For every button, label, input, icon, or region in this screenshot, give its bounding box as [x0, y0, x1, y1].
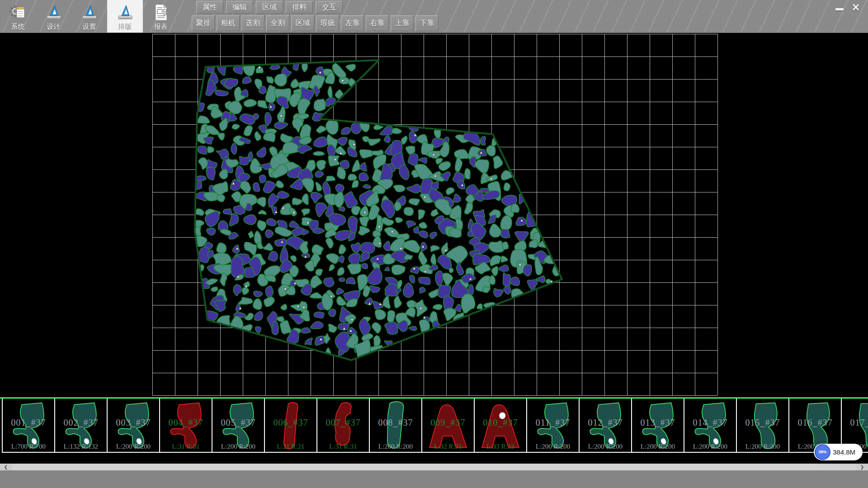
part-id-label: 005_#37 [212, 418, 264, 428]
set-square-icon [45, 3, 62, 22]
part-id-label: 008_#37 [370, 418, 421, 428]
part-id-label: 011_#37 [527, 418, 579, 428]
part-thumbnail[interactable]: 002_#37L:132 R:132 [55, 399, 108, 453]
menu-button-defect[interactable]: 瑕疵 [316, 15, 339, 31]
part-id-label: 014_#37 [684, 418, 736, 428]
menu-button-snap-right[interactable]: 右靠 [366, 15, 389, 31]
part-id-label: 003_#37 [108, 418, 159, 428]
part-thumbnail[interactable]: 004_#37L:31 R:31 [160, 399, 212, 453]
part-thumbnail[interactable]: 003_#37L:200 R:200 [108, 399, 160, 453]
part-thumbnail[interactable]: 001_#37L:700 R:700 [2, 399, 55, 453]
part-id-label: 012_#37 [580, 418, 631, 428]
big-button-settings[interactable]: 设置 [71, 0, 107, 33]
part-lr-count: L:200 R:200 [108, 443, 159, 450]
minimize-icon [835, 8, 844, 10]
menu-button-snap-bottom[interactable]: 下靠 [415, 15, 439, 31]
close-icon: ✕ [852, 1, 860, 14]
part-lr-count: L:200 R:200 [212, 443, 264, 450]
part-lr-count: L:32 R:31 [422, 443, 474, 450]
part-lr-count: L:31 R:31 [317, 443, 369, 450]
report-doc-icon [152, 3, 170, 22]
part-lr-count: L:200 R:200 [580, 443, 631, 450]
part-id-label: 017_#37 [842, 418, 868, 428]
part-id-label: 016_#37 [789, 418, 841, 428]
set-square-icon [81, 3, 98, 22]
part-lr-count: L:21 R:21 [265, 443, 316, 450]
big-button-layout[interactable]: 排版 [107, 0, 143, 33]
part-lr-count: L:200 R:200 [684, 443, 736, 450]
strip-lower-gap [0, 454, 868, 464]
scroll-left-arrow[interactable]: ❮ [0, 464, 12, 470]
menu-button-properties[interactable]: 属性 [196, 1, 223, 14]
scroll-right-arrow[interactable]: ❯ [856, 464, 868, 470]
menu-button-cut-all[interactable]: 全割 [266, 15, 289, 31]
menu-button-cut-selected[interactable]: 选割 [241, 15, 264, 31]
window-controls: ✕ [833, 1, 863, 14]
part-thumbnail[interactable]: 007_#37L:31 R:31 [317, 399, 370, 453]
part-lr-count: L:33 R:33 [475, 443, 526, 450]
part-thumbnail[interactable]: 012_#37L:200 R:200 [580, 399, 632, 453]
part-id-label: 006_#37 [265, 418, 316, 428]
set-square-icon [117, 3, 134, 22]
part-id-label: 002_#37 [55, 418, 107, 428]
app-window: 系统设计设置排版报表 属性编辑区域排料交互 聚排相机选割全割区域瑕疵左靠右靠上靠… [0, 0, 868, 488]
part-thumbnail[interactable]: 010_#37L:33 R:33 [475, 399, 527, 453]
part-thumbnail[interactable]: 014_#37L:200 R:200 [684, 399, 737, 453]
menu-button-edit[interactable]: 编辑 [226, 1, 253, 14]
part-thumbnail[interactable]: 006_#37L:21 R:21 [265, 399, 317, 453]
menu-row-2: 聚排相机选割全割区域瑕疵左靠右靠上靠下靠 [192, 14, 439, 31]
big-button-label: 设计 [47, 23, 61, 31]
part-id-label: 015_#37 [737, 418, 788, 428]
menu-button-snap-left[interactable]: 左靠 [341, 15, 364, 31]
main-mode-buttons: 系统设计设置排版报表 [0, 0, 179, 33]
horizontal-scrollbar[interactable]: ❮ ❯ [0, 464, 868, 470]
menu-row-1: 属性编辑区域排料交互 [192, 0, 439, 14]
part-thumbnail[interactable]: 009_#37L:32 R:31 [422, 399, 475, 453]
parts-strip: 001_#37L:700 R:700002_#37L:132 R:132003_… [0, 397, 868, 454]
big-button-label: 设置 [83, 23, 96, 31]
part-thumbnail[interactable]: 008_#37L:200 R:200 [370, 399, 422, 453]
scrollbar-track[interactable] [12, 464, 856, 470]
memory-value: 384.8M [833, 448, 855, 456]
close-button[interactable]: ✕ [849, 1, 863, 14]
status-bar [0, 470, 868, 488]
big-button-label: 系统 [11, 23, 25, 31]
part-lr-count: L:31 R:31 [160, 443, 212, 450]
menu-button-cluster-nest[interactable]: 聚排 [192, 15, 215, 31]
part-thumbnail[interactable]: 011_#37L:200 R:200 [527, 399, 580, 453]
minimize-button[interactable] [833, 1, 846, 14]
part-lr-count: L:200 R:200 [370, 443, 421, 450]
big-button-label: 报表 [154, 23, 168, 31]
part-lr-count: L:200 R:200 [632, 443, 684, 450]
part-lr-count: L:132 R:132 [55, 443, 107, 450]
big-button-label: 排版 [118, 23, 132, 31]
part-id-label: 007_#37 [317, 418, 369, 428]
part-thumbnail[interactable]: 013_#37L:200 R:200 [632, 399, 684, 453]
menu-button-interaction[interactable]: 交互 [316, 1, 343, 14]
part-thumbnail[interactable]: 015_#37L:200 R:200 [737, 399, 789, 453]
big-button-design[interactable]: 设计 [36, 0, 71, 33]
nesting-canvas[interactable] [0, 33, 868, 397]
menu-button-snap-top[interactable]: 上靠 [391, 15, 414, 31]
part-thumbnail[interactable]: 005_#37L:200 R:200 [212, 399, 265, 453]
part-id-label: 009_#37 [422, 418, 474, 428]
parts-cells: 001_#37L:700 R:700002_#37L:132 R:132003_… [0, 399, 868, 453]
part-lr-count: L:700 R:700 [3, 443, 54, 450]
part-id-label: 013_#37 [632, 418, 684, 428]
menu-button-region[interactable]: 区域 [256, 1, 283, 14]
menu-button-area[interactable]: 区域 [291, 15, 314, 31]
memory-pill: 38% 384.8M [814, 444, 863, 460]
big-button-report[interactable]: 报表 [143, 0, 179, 33]
nest-drawing [0, 33, 868, 397]
part-id-label: 010_#37 [475, 418, 526, 428]
big-button-system[interactable]: 系统 [0, 0, 36, 33]
menu-bars: 属性编辑区域排料交互 聚排相机选割全割区域瑕疵左靠右靠上靠下靠 [192, 0, 439, 31]
part-id-label: 001_#37 [3, 418, 54, 428]
part-id-label: 004_#37 [160, 418, 212, 428]
progress-circle: 38% [815, 444, 830, 460]
toolbar: 系统设计设置排版报表 属性编辑区域排料交互 聚排相机选割全割区域瑕疵左靠右靠上靠… [0, 0, 868, 33]
system-gear-icon [9, 3, 27, 22]
part-lr-count: L:200 R:200 [527, 443, 579, 450]
menu-button-nesting[interactable]: 排料 [286, 1, 313, 14]
menu-button-camera[interactable]: 相机 [217, 15, 240, 31]
